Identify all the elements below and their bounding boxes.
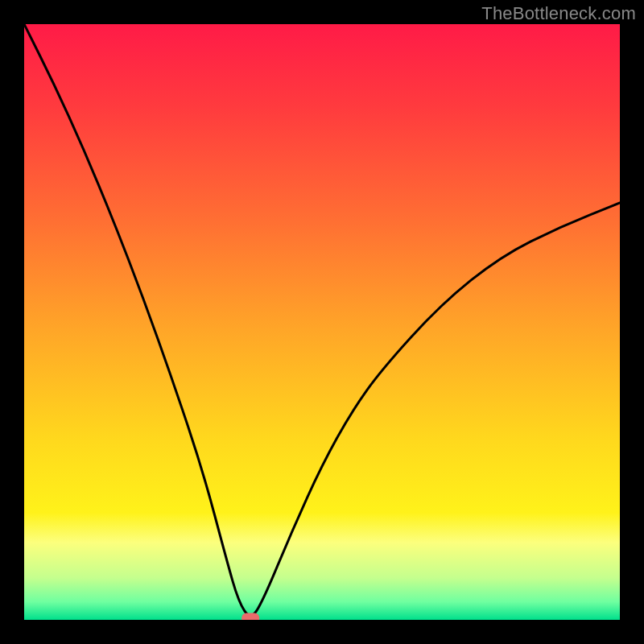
watermark-text: TheBottleneck.com: [481, 3, 636, 24]
chart-outer: TheBottleneck.com: [0, 0, 644, 644]
bottleneck-chart: [24, 24, 620, 620]
optimum-marker: [242, 613, 259, 621]
gradient-background: [24, 24, 620, 620]
plot-area: [24, 24, 620, 620]
